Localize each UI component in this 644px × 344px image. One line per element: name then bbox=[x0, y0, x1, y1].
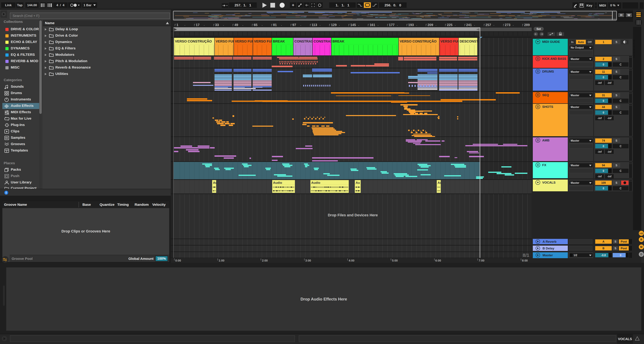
svg-text:Master: Master bbox=[571, 70, 580, 73]
svg-text:44: 44 bbox=[602, 106, 605, 109]
svg-text:-inf: -inf bbox=[607, 150, 612, 153]
svg-text:S: S bbox=[616, 181, 618, 184]
svg-text:C: C bbox=[620, 187, 622, 190]
svg-text:Au: Au bbox=[356, 181, 360, 184]
svg-text:-inf: -inf bbox=[598, 150, 602, 153]
svg-text:Master: Master bbox=[571, 94, 580, 97]
svg-text:225: 225 bbox=[447, 23, 452, 27]
svg-text:-inf: -inf bbox=[598, 117, 602, 120]
svg-text:74: 74 bbox=[602, 139, 605, 142]
svg-text:Set: Set bbox=[536, 27, 541, 30]
svg-text:-inf: -inf bbox=[607, 117, 612, 120]
svg-text:VERSO FUL: VERSO FUL bbox=[254, 39, 273, 43]
svg-text:Auto: Auto bbox=[578, 41, 584, 43]
svg-text:BREAK: BREAK bbox=[332, 39, 344, 43]
svg-text:209: 209 bbox=[428, 23, 433, 27]
svg-text:Au: Au bbox=[438, 181, 442, 184]
svg-text:VERSO CONSTRUÇÃO: VERSO CONSTRUÇÃO bbox=[400, 39, 436, 43]
svg-text:S: S bbox=[616, 106, 618, 109]
svg-text:0:00: 0:00 bbox=[175, 259, 181, 262]
svg-text:6:00: 6:00 bbox=[436, 259, 441, 262]
svg-text:DESCONSTI: DESCONSTI bbox=[460, 39, 479, 43]
svg-text:FX: FX bbox=[542, 163, 546, 167]
svg-text:SHOTS: SHOTS bbox=[542, 105, 553, 109]
svg-text:Post: Post bbox=[621, 247, 627, 250]
svg-text:161: 161 bbox=[370, 23, 375, 27]
svg-text:VERSO FUL: VERSO FUL bbox=[235, 39, 254, 43]
svg-text:0: 0 bbox=[603, 187, 604, 190]
svg-text:Master: Master bbox=[571, 181, 580, 184]
svg-text:S: S bbox=[616, 58, 618, 60]
svg-text:A Reverb: A Reverb bbox=[542, 240, 556, 243]
svg-text:SEQ: SEQ bbox=[542, 93, 549, 97]
svg-text:-inf: -inf bbox=[607, 81, 612, 84]
svg-text:-0.8: -0.8 bbox=[601, 254, 606, 257]
svg-text:Off: Off bbox=[588, 41, 592, 43]
svg-text:8/1: 8/1 bbox=[523, 253, 529, 258]
svg-text:W: W bbox=[628, 13, 630, 17]
svg-text:C: C bbox=[620, 99, 622, 102]
svg-text:193: 193 bbox=[408, 23, 414, 27]
svg-text:KICK AND BASS: KICK AND BASS bbox=[542, 57, 566, 60]
svg-text:289: 289 bbox=[524, 23, 530, 27]
svg-text:1: 1 bbox=[176, 23, 178, 27]
svg-text:8:00: 8:00 bbox=[522, 259, 528, 262]
svg-text:1/2: 1/2 bbox=[574, 254, 577, 257]
svg-text:49: 49 bbox=[234, 23, 238, 27]
svg-text:0: 0 bbox=[603, 170, 604, 172]
svg-text:VERSO FUL: VERSO FUL bbox=[440, 39, 460, 43]
svg-text:DRUMS: DRUMS bbox=[542, 70, 554, 73]
svg-text:C: C bbox=[620, 76, 622, 79]
svg-text:7:00: 7:00 bbox=[479, 259, 484, 262]
svg-text:S: S bbox=[616, 164, 618, 167]
svg-text:I-O: I-O bbox=[640, 232, 643, 235]
svg-text:Drop Files and Devices Here: Drop Files and Devices Here bbox=[328, 213, 378, 217]
svg-text:145: 145 bbox=[350, 23, 356, 27]
svg-text:241: 241 bbox=[466, 23, 472, 27]
svg-text:1: 1 bbox=[603, 41, 604, 43]
svg-text:Post: Post bbox=[621, 240, 627, 243]
svg-text:Au: Au bbox=[213, 181, 217, 184]
svg-text:81: 81 bbox=[273, 23, 277, 27]
svg-text:0: 0 bbox=[603, 76, 604, 79]
svg-text:177: 177 bbox=[389, 23, 394, 27]
svg-text:C: C bbox=[620, 63, 622, 66]
svg-text:B Delay: B Delay bbox=[542, 247, 554, 250]
svg-text:M: M bbox=[640, 246, 642, 248]
svg-text:1:00: 1:00 bbox=[219, 259, 224, 262]
svg-text:H: H bbox=[620, 13, 622, 17]
svg-text:S: S bbox=[614, 247, 616, 250]
svg-text:R: R bbox=[640, 238, 642, 241]
svg-text:0: 0 bbox=[603, 145, 604, 148]
svg-text:2: 2 bbox=[603, 58, 604, 60]
svg-text:S: S bbox=[616, 41, 618, 43]
svg-text:Master: Master bbox=[571, 106, 580, 109]
svg-text:Master: Master bbox=[571, 139, 580, 142]
svg-text:VOCALS: VOCALS bbox=[542, 181, 556, 184]
svg-text:Audio: Audio bbox=[273, 181, 282, 184]
svg-text:2:00: 2:00 bbox=[262, 259, 268, 262]
svg-text:33: 33 bbox=[215, 23, 219, 27]
svg-text:S: S bbox=[614, 240, 616, 243]
svg-text:B: B bbox=[602, 247, 604, 250]
svg-text:Master: Master bbox=[571, 164, 580, 167]
svg-text:-inf: -inf bbox=[598, 81, 602, 84]
svg-text:4:00: 4:00 bbox=[348, 259, 354, 262]
svg-text:5:00: 5:00 bbox=[392, 259, 398, 262]
svg-text:3:00: 3:00 bbox=[305, 259, 311, 262]
svg-text:BREAK: BREAK bbox=[273, 39, 285, 43]
svg-text:Master: Master bbox=[571, 58, 580, 60]
svg-text:A: A bbox=[602, 240, 604, 243]
svg-text:S: S bbox=[616, 139, 618, 142]
svg-text:S: S bbox=[616, 70, 618, 73]
svg-text:0: 0 bbox=[603, 111, 604, 114]
svg-text:273: 273 bbox=[505, 23, 510, 27]
svg-text:11: 11 bbox=[602, 70, 605, 73]
svg-text:VERSO FUL: VERSO FUL bbox=[216, 39, 235, 43]
svg-text:65: 65 bbox=[254, 23, 258, 27]
svg-text:109: 109 bbox=[601, 181, 606, 184]
svg-text:113: 113 bbox=[312, 23, 317, 27]
svg-text:-inf: -inf bbox=[598, 175, 602, 178]
svg-text:17: 17 bbox=[196, 23, 200, 27]
svg-text:CONSTRAS: CONSTRAS bbox=[294, 39, 313, 43]
